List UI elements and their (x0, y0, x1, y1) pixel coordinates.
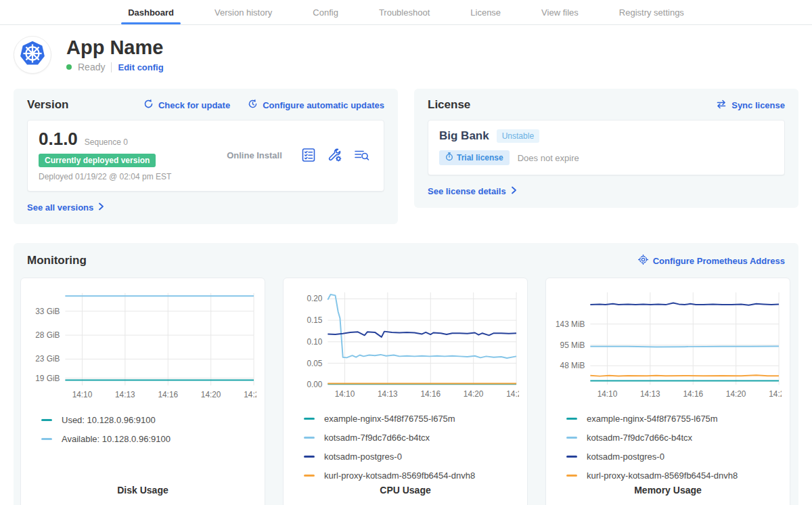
top-nav: Dashboard Version history Config Trouble… (0, 0, 812, 25)
legend-label: example-nginx-54f8f76755-l675m (324, 414, 455, 424)
configure-automatic-updates-link[interactable]: Configure automatic updates (248, 99, 384, 111)
legend-item: example-nginx-54f8f76755-l675m (566, 409, 782, 428)
tab-config[interactable]: Config (311, 0, 340, 24)
install-type-label: Online Install (208, 150, 301, 160)
legend-item: Available: 10.128.0.96:9100 (41, 429, 256, 448)
x-axis-tick: 14:16 (683, 389, 703, 399)
x-axis-tick: 14:10 (335, 389, 355, 399)
legend-swatch (304, 437, 315, 439)
legend-swatch (304, 456, 315, 458)
y-axis-tick: 19 GiB (35, 374, 60, 383)
status-dot (66, 64, 72, 70)
config-wrench-icon[interactable] (328, 148, 342, 162)
x-axis-tick: 14:23 (769, 389, 782, 399)
check-for-update-link[interactable]: Check for update (143, 99, 230, 111)
x-axis-tick: 14:20 (464, 389, 484, 399)
cpu-usage-legend: example-nginx-54f8f76755-l675mkotsadm-7f… (292, 409, 519, 485)
check-for-update-label: Check for update (158, 100, 230, 110)
x-axis-tick: 14:23 (506, 389, 519, 399)
chevron-right-icon (511, 186, 517, 196)
y-axis-tick: 0.15 (307, 315, 322, 325)
see-license-details-label: See license details (428, 186, 506, 196)
memory-usage-chart-card: 143 MiB95 MiB48 MiB14:1014:1314:1614:201… (545, 278, 790, 505)
disk-usage-chart-title: Disk Usage (29, 485, 256, 497)
legend-item: Used: 10.128.0.96:9100 (41, 410, 256, 429)
license-detail-card: Big Bank Unstable Trial license Does not… (428, 120, 785, 175)
tab-registry-settings[interactable]: Registry settings (618, 0, 685, 24)
legend-label: kotsadm-postgres-0 (324, 452, 402, 462)
tab-dashboard[interactable]: Dashboard (127, 0, 175, 24)
y-axis-tick: 48 MiB (560, 361, 585, 370)
legend-label: kotsadm-7f9dc7d66c-b4tcx (587, 433, 692, 443)
series-line (328, 294, 516, 358)
channel-badge: Unstable (497, 129, 539, 143)
monitoring-panel: Monitoring Configure Prometheus Address … (14, 243, 798, 505)
schedule-clock-icon (248, 99, 258, 111)
disk-usage-legend: Used: 10.128.0.96:9100Available: 10.128.… (29, 410, 256, 448)
see-all-versions-link[interactable]: See all versions (27, 202, 104, 213)
version-panel-title: Version (27, 98, 68, 112)
memory-usage-chart: 143 MiB95 MiB48 MiB14:1014:1314:1614:201… (554, 287, 782, 401)
legend-swatch (566, 475, 577, 477)
legend-item: kurl-proxy-kotsadm-8569fb6454-dnvh8 (566, 466, 782, 485)
preflight-checklist-icon[interactable] (301, 148, 316, 162)
edit-config-link[interactable]: Edit config (118, 62, 163, 72)
customer-name: Big Bank (439, 129, 489, 143)
sync-arrows-icon (716, 100, 727, 111)
configure-automatic-updates-label: Configure automatic updates (263, 100, 384, 110)
page-title: App Name (66, 37, 164, 59)
legend-label: kurl-proxy-kotsadm-8569fb6454-dnvh8 (324, 470, 475, 481)
legend-item: kotsadm-postgres-0 (304, 447, 519, 466)
x-axis-tick: 14:10 (72, 390, 93, 399)
refresh-icon (143, 99, 154, 111)
legend-item: kotsadm-7f9dc7d66c-b4tcx (566, 428, 782, 447)
license-type-badge: Trial license (439, 150, 510, 165)
tab-view-files[interactable]: View files (540, 0, 580, 24)
y-axis-tick: 23 GiB (35, 354, 60, 364)
y-axis-tick: 0.00 (307, 380, 322, 389)
y-axis-tick: 28 GiB (35, 330, 60, 340)
legend-label: kotsadm-7f9dc7d66c-b4tcx (324, 433, 430, 443)
license-type-label: Trial license (457, 153, 503, 162)
disk-usage-chart-card: 33 GiB28 GiB23 GiB19 GiB14:1014:1314:161… (20, 278, 265, 505)
legend-item: kotsadm-postgres-0 (566, 447, 782, 466)
legend-label: Used: 10.128.0.96:9100 (62, 415, 156, 425)
current-version-card: 0.1.0 Sequence 0 Currently deployed vers… (27, 120, 384, 192)
legend-swatch (566, 418, 577, 420)
see-license-details-link[interactable]: See license details (428, 186, 517, 196)
status-text: Ready (78, 62, 105, 72)
divider (111, 62, 112, 72)
tab-version-history[interactable]: Version history (213, 0, 273, 24)
view-logs-icon[interactable] (354, 148, 370, 162)
x-axis-tick: 14:20 (201, 390, 221, 399)
y-axis-tick: 33 GiB (35, 307, 60, 316)
tab-troubleshoot[interactable]: Troubleshoot (378, 0, 431, 24)
x-axis-tick: 14:10 (597, 389, 618, 399)
x-axis-tick: 14:16 (158, 390, 178, 399)
memory-usage-legend: example-nginx-54f8f76755-l675mkotsadm-7f… (554, 409, 782, 485)
chevron-right-icon (98, 202, 104, 213)
legend-label: kotsadm-postgres-0 (587, 452, 664, 462)
app-header: App Name Ready Edit config (0, 25, 812, 83)
license-panel: License Sync license Big Bank Unstable (414, 89, 798, 208)
configure-prometheus-link[interactable]: Configure Prometheus Address (638, 255, 785, 267)
cpu-usage-chart-card: 0.200.150.100.050.0014:1014:1314:1614:20… (283, 278, 528, 505)
gear-icon (638, 255, 648, 267)
series-line (590, 303, 779, 305)
monitoring-title: Monitoring (27, 254, 87, 267)
sync-license-link[interactable]: Sync license (716, 100, 785, 111)
series-line (590, 375, 779, 376)
legend-label: Available: 10.128.0.96:9100 (62, 434, 171, 444)
legend-swatch (41, 419, 52, 421)
legend-swatch (566, 437, 577, 439)
series-line (590, 346, 779, 347)
legend-swatch (566, 456, 577, 458)
app-logo (14, 36, 51, 74)
kubernetes-icon (18, 39, 47, 71)
y-axis-tick: 95 MiB (560, 341, 585, 350)
stopwatch-icon (445, 152, 453, 163)
tab-license[interactable]: License (469, 0, 502, 24)
x-axis-tick: 14:13 (378, 389, 398, 399)
version-number: 0.1.0 (39, 129, 78, 150)
cpu-usage-chart-title: CPU Usage (292, 485, 519, 497)
